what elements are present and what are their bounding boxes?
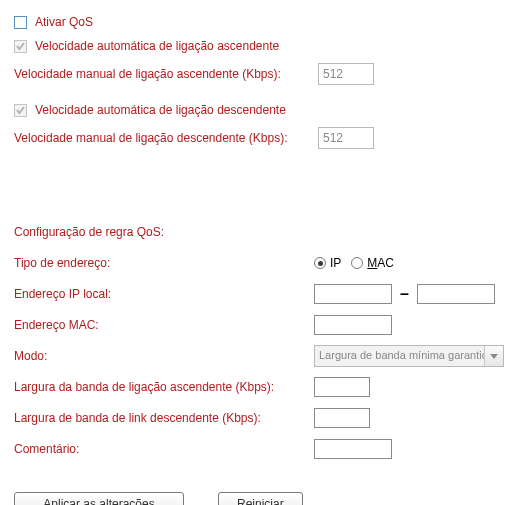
reset-button[interactable]: Reiniciar — [218, 492, 303, 505]
auto-downlink-checkbox[interactable] — [14, 104, 27, 117]
ip-range-dash: – — [400, 285, 409, 303]
activate-qos-label: Ativar QoS — [35, 15, 93, 29]
mac-label: Endereço MAC: — [14, 318, 314, 332]
rule-section-title: Configuração de regra QoS: — [14, 225, 314, 239]
local-ip-start-input[interactable] — [314, 284, 392, 304]
radio-mac-text: MAC — [367, 256, 394, 270]
auto-uplink-checkbox[interactable] — [14, 40, 27, 53]
radio-ip[interactable]: IP — [314, 256, 341, 270]
mode-select[interactable]: Largura de banda mínima garantida — [314, 345, 504, 367]
manual-uplink-label: Velocidade manual de ligação ascendente … — [14, 67, 314, 81]
apply-button[interactable]: Aplicar as alterações — [14, 492, 184, 505]
manual-downlink-label: Velocidade manual de ligação descendente… — [14, 131, 314, 145]
chevron-down-icon — [484, 346, 503, 366]
manual-downlink-input[interactable] — [318, 127, 374, 149]
radio-ip-text: IP — [330, 256, 341, 270]
mode-select-value: Largura de banda mínima garantida — [315, 346, 484, 366]
auto-uplink-label: Velocidade automática de ligação ascende… — [35, 39, 279, 53]
uplink-bw-label: Largura da banda de ligação ascendente (… — [14, 380, 314, 394]
mac-input[interactable] — [314, 315, 392, 335]
local-ip-label: Endereço IP local: — [14, 287, 314, 301]
comment-label: Comentário: — [14, 442, 314, 456]
mode-label: Modo: — [14, 349, 314, 363]
comment-input[interactable] — [314, 439, 392, 459]
auto-downlink-label: Velocidade automática de ligação descend… — [35, 103, 286, 117]
local-ip-end-input[interactable] — [417, 284, 495, 304]
radio-mac[interactable]: MAC — [351, 256, 394, 270]
addr-type-label: Tipo de endereço: — [14, 256, 314, 270]
uplink-bw-input[interactable] — [314, 377, 370, 397]
downlink-bw-input[interactable] — [314, 408, 370, 428]
manual-uplink-input[interactable] — [318, 63, 374, 85]
activate-qos-checkbox[interactable] — [14, 16, 27, 29]
downlink-bw-label: Largura de banda de link descendente (Kb… — [14, 411, 314, 425]
